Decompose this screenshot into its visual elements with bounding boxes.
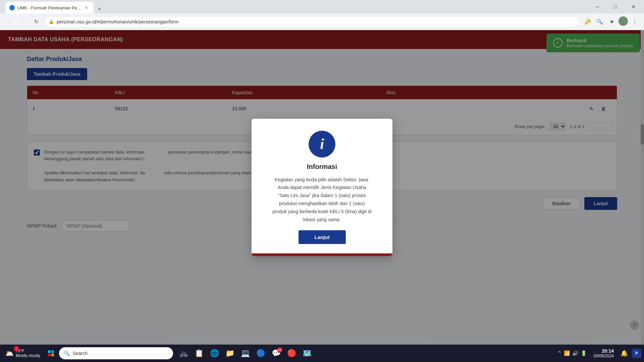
svg-point-0 — [10, 6, 14, 9]
volume-icon[interactable]: 🔊 — [572, 350, 579, 356]
win-sq-orange — [51, 354, 54, 356]
taskbar-app-whatsapp[interactable]: 💬 44 — [269, 346, 284, 361]
tab-bar: UMK - Formulir Perekaman Pe... ✕ + — [3, 0, 107, 14]
taskbar-search-text: Search — [73, 351, 88, 356]
tab-close-button[interactable]: ✕ — [84, 5, 90, 11]
taskbar-apps: 🚲 📋 🌐 📁 💻 🔵 💬 44 🔴 — [176, 346, 315, 361]
taskbar-right: ⌃ 📶 🔊 🔋 20:14 03/06/2024 🔔 P — [555, 348, 641, 358]
battery-icon[interactable]: 🔋 — [581, 350, 587, 356]
pwa-icon[interactable]: P — [632, 349, 641, 358]
win-sq-red — [48, 354, 51, 356]
security-icon: 🔒 — [49, 19, 54, 24]
clock-date: 03/06/2024 — [594, 354, 614, 358]
files-icon: 📋 — [195, 349, 204, 358]
forward-button[interactable]: → — [17, 16, 28, 27]
taskbar-app-vscode[interactable]: 💻 — [238, 346, 253, 361]
back-button[interactable]: ← — [4, 16, 15, 27]
whatsapp-badge: 44 — [277, 347, 282, 353]
taskbar-app-edge[interactable]: 🔵 — [254, 346, 268, 361]
taskbar-search[interactable]: 🔍 Search — [59, 347, 173, 359]
weather-text: 1 79°F Mostly cloudy — [16, 349, 40, 358]
system-clock[interactable]: 20:14 03/06/2024 — [591, 348, 616, 358]
weather-badge-count: 1 — [14, 346, 19, 351]
more-options-icon[interactable]: ⋮ — [629, 16, 640, 27]
modal-body: Kegiatan yang Anda pilih adalah Sektor J… — [272, 176, 372, 224]
pwa-label: P — [635, 351, 638, 356]
win-sq-blue — [48, 350, 51, 353]
info-modal: i Informasi Kegiatan yang Anda pilih ada… — [252, 119, 392, 256]
close-button[interactable]: ✕ — [626, 1, 641, 12]
reload-button[interactable]: ↻ — [31, 16, 42, 27]
wifi-icon[interactable]: 📶 — [564, 350, 570, 356]
weather-widget: 🌥️ 1 79°F Mostly cloudy — [3, 349, 43, 358]
navigation-bar: ← → ↻ 🔒 perizinan.oss.go.id/#/permohonan… — [0, 13, 644, 30]
taskbar-app-chrome[interactable]: 🌐 — [207, 346, 222, 361]
search-icon[interactable]: 🔍 — [594, 16, 605, 27]
taskbar-search-icon: 🔍 — [64, 350, 70, 356]
taskbar-app-bicycle[interactable]: 🚲 — [176, 346, 191, 361]
modal-bottom-bar — [252, 253, 392, 256]
notification-bell-icon[interactable]: 🔔 — [618, 350, 631, 357]
new-tab-button[interactable]: + — [95, 4, 104, 14]
window-controls: ─ □ ✕ — [590, 1, 641, 12]
address-bar[interactable]: 🔒 perizinan.oss.go.id/#/permohonan/umk/p… — [44, 16, 580, 27]
modal-info-icon: i — [320, 137, 324, 152]
edge-icon: 🔵 — [256, 349, 265, 358]
maximize-button[interactable]: □ — [608, 1, 623, 12]
weather-desc: Mostly cloudy — [16, 353, 40, 358]
folder-icon: 📁 — [225, 349, 234, 358]
tab-title: UMK - Formulir Perekaman Pe... — [17, 5, 81, 10]
windows-icon — [48, 350, 54, 356]
modal-icon-circle: i — [309, 131, 335, 158]
weather-temp: 79°F — [16, 349, 40, 353]
taskbar: 🌥️ 1 79°F Mostly cloudy — [0, 345, 644, 362]
password-manager-icon[interactable]: 🔑 — [582, 16, 593, 27]
taskbar-app-folder[interactable]: 📁 — [223, 346, 237, 361]
url-text: perizinan.oss.go.id/#/permohonan/umk/per… — [57, 19, 575, 24]
taskbar-app-files[interactable]: 📋 — [192, 346, 207, 361]
bookmark-icon[interactable]: ★ — [606, 16, 617, 27]
redcircle-icon: 🔴 — [287, 349, 296, 358]
chrome-icon: 🌐 — [210, 349, 219, 358]
vscode-icon: 💻 — [241, 349, 250, 358]
taskbar-app-redcircle[interactable]: 🔴 — [284, 346, 299, 361]
taskbar-app-maps[interactable]: 🗺️ — [300, 346, 315, 361]
bicycle-icon: 🚲 — [179, 349, 188, 358]
clock-time: 20:14 — [594, 348, 614, 354]
nav-actions: 🔑 🔍 ★ ⋮ — [582, 16, 640, 27]
minimize-button[interactable]: ─ — [590, 1, 605, 12]
active-tab[interactable]: UMK - Formulir Perekaman Pe... ✕ — [5, 2, 94, 14]
maps-icon: 🗺️ — [303, 349, 312, 358]
tab-favicon — [9, 5, 15, 10]
win-sq-green — [51, 350, 54, 353]
modal-lanjut-button[interactable]: Lanjut — [299, 230, 346, 244]
page-content: TAMBAH DATA USAHA (PERSEORANGAN) 👤 ✓ Ber… — [0, 30, 644, 345]
chevron-icon[interactable]: ⌃ — [557, 350, 562, 356]
profile-button[interactable] — [619, 16, 628, 26]
modal-overlay: i Informasi Kegiatan yang Anda pilih ada… — [0, 30, 644, 345]
start-button[interactable] — [44, 346, 58, 361]
modal-title: Informasi — [307, 163, 337, 171]
system-tray-icons: ⌃ 📶 🔊 🔋 — [555, 350, 590, 356]
weather-icon: 🌥️ — [5, 349, 14, 357]
title-bar: UMK - Formulir Perekaman Pe... ✕ + ─ □ ✕ — [0, 0, 644, 13]
